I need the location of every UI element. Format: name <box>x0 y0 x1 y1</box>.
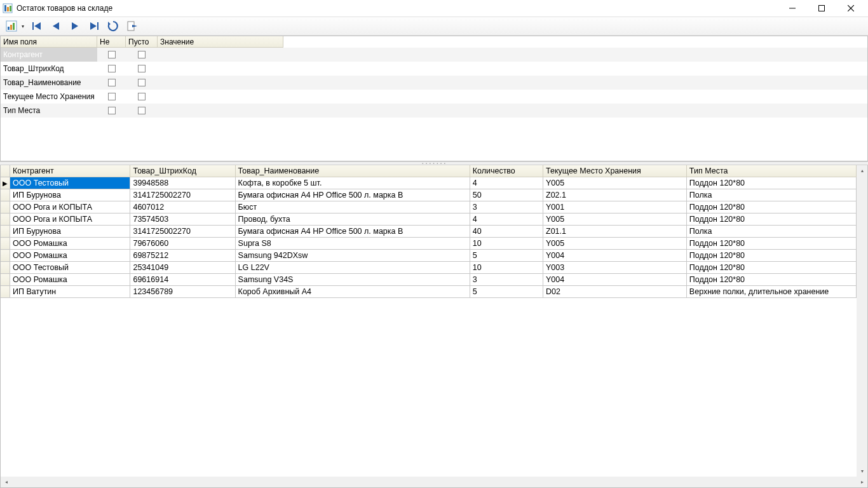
table-cell: 123456789 <box>130 286 235 298</box>
toolbar: ▾ <box>0 17 868 36</box>
scroll-track[interactable] <box>857 176 867 466</box>
table-cell: Z02.1 <box>543 189 687 201</box>
filter-empty-checkbox[interactable] <box>126 76 158 90</box>
filter-empty-checkbox[interactable] <box>126 62 158 76</box>
scroll-down-icon[interactable]: ▾ <box>857 466 867 477</box>
row-indicator-icon <box>1 226 10 238</box>
filter-row[interactable]: Текущее Место Хранения <box>1 90 867 104</box>
svg-marker-15 <box>72 22 78 30</box>
svg-rect-12 <box>32 22 34 30</box>
filter-value-cell[interactable] <box>158 62 283 76</box>
table-row[interactable]: ООО Рога и КОПЫТА4607012Бюст3Y001Поддон … <box>1 201 857 214</box>
table-cell: Поддон 120*80 <box>686 214 856 226</box>
vertical-scrollbar[interactable]: ▴ ▾ <box>857 165 867 477</box>
table-cell: ООО Тестовый <box>10 262 130 274</box>
table-row[interactable]: ▶ООО Тестовый39948588Кофта, в коробке 5 … <box>1 177 857 189</box>
filter-header-empty[interactable]: Пусто <box>126 36 158 48</box>
grid-column-header[interactable]: Текущее Место Хранения <box>543 165 687 177</box>
table-row[interactable]: ИП Ватутин123456789Короб Архивный А45D02… <box>1 286 857 298</box>
table-cell: Y005 <box>543 177 687 189</box>
filter-row[interactable]: Товар_ШтрихКод <box>1 62 867 76</box>
maximize-button[interactable] <box>807 0 836 17</box>
refresh-icon[interactable] <box>104 18 122 34</box>
filter-value-cell[interactable] <box>158 76 283 90</box>
table-cell: Бюст <box>235 201 470 214</box>
svg-rect-17 <box>97 22 98 30</box>
minimize-button[interactable] <box>778 0 807 17</box>
filter-not-checkbox[interactable] <box>97 104 126 118</box>
row-indicator-icon <box>1 286 10 298</box>
svg-marker-14 <box>53 22 59 30</box>
filter-header-value[interactable]: Значение <box>158 36 283 48</box>
table-row[interactable]: ООО Ромашка69875212Samsung 942DXsw5Y004П… <box>1 250 857 262</box>
table-cell: 69616914 <box>130 274 235 286</box>
app-icon <box>3 3 13 13</box>
filter-not-checkbox[interactable] <box>97 62 126 76</box>
table-row[interactable]: ООО Ромашка79676060Supra S810Y005Поддон … <box>1 238 857 250</box>
table-row[interactable]: ООО Ромашка69616914Samsung V34S3Y004Подд… <box>1 274 857 286</box>
table-cell: Y004 <box>543 274 687 286</box>
horizontal-scrollbar[interactable]: ◂ ▸ <box>1 477 867 487</box>
report-icon[interactable] <box>3 18 20 34</box>
table-cell: ООО Рога и КОПЫТА <box>10 214 130 226</box>
first-record-icon[interactable] <box>28 18 46 34</box>
filter-empty-checkbox[interactable] <box>126 104 158 118</box>
svg-rect-2 <box>7 7 9 11</box>
svg-rect-3 <box>10 6 11 11</box>
grid-column-header[interactable]: Товар_ШтрихКод <box>130 165 235 177</box>
scroll-left-icon[interactable]: ◂ <box>1 477 11 487</box>
filter-value-cell[interactable] <box>158 90 283 104</box>
row-indicator-icon <box>1 250 10 262</box>
table-cell: 69875212 <box>130 250 235 262</box>
table-row[interactable]: ООО Тестовый25341049LG L22V10Y003Поддон … <box>1 262 857 274</box>
scroll-right-icon[interactable]: ▸ <box>857 477 867 487</box>
grid-gutter-header <box>1 165 10 177</box>
filter-field-name: Товар_ШтрихКод <box>1 62 97 76</box>
svg-rect-5 <box>819 6 825 11</box>
report-dropdown-icon[interactable]: ▾ <box>22 24 27 29</box>
svg-rect-1 <box>4 5 6 11</box>
export-icon[interactable] <box>123 18 141 34</box>
table-cell: 3 <box>470 201 543 214</box>
row-indicator-icon <box>1 189 10 201</box>
filter-not-checkbox[interactable] <box>97 48 126 62</box>
table-cell: Кофта, в коробке 5 шт. <box>235 177 470 189</box>
filter-row[interactable]: Товар_Наименование <box>1 76 867 90</box>
table-cell: Полка <box>686 226 856 238</box>
table-cell: Samsung V34S <box>235 274 470 286</box>
table-cell: Y005 <box>543 214 687 226</box>
table-cell: Поддон 120*80 <box>686 250 856 262</box>
table-cell: Провод, бухта <box>235 214 470 226</box>
scroll-up-icon[interactable]: ▴ <box>857 165 867 176</box>
titlebar: Остаток товаров на складе <box>0 0 868 17</box>
grid-column-header[interactable]: Тип Места <box>686 165 856 177</box>
filter-header-not[interactable]: Не <box>97 36 126 48</box>
filter-not-checkbox[interactable] <box>97 90 126 104</box>
table-cell: 3 <box>470 274 543 286</box>
grid-column-header[interactable]: Контрагент <box>10 165 130 177</box>
last-record-icon[interactable] <box>85 18 103 34</box>
next-record-icon[interactable] <box>66 18 84 34</box>
prev-record-icon[interactable] <box>47 18 65 34</box>
table-cell: Y003 <box>543 262 687 274</box>
scroll-track[interactable] <box>11 477 857 487</box>
table-row[interactable]: ИП Бурунова3141725002270Бумага офисная A… <box>1 189 857 201</box>
table-row[interactable]: ИП Бурунова3141725002270Бумага офисная A… <box>1 226 857 238</box>
table-cell: 4 <box>470 214 543 226</box>
filter-not-checkbox[interactable] <box>97 76 126 90</box>
table-cell: D02 <box>543 286 687 298</box>
row-indicator-icon <box>1 201 10 214</box>
close-button[interactable] <box>836 0 865 17</box>
grid-column-header[interactable]: Количество <box>470 165 543 177</box>
filter-field-name: Тип Места <box>1 104 97 118</box>
filter-value-cell[interactable] <box>158 48 283 62</box>
filter-row[interactable]: Контрагент <box>1 48 867 62</box>
table-row[interactable]: ООО Рога и КОПЫТА73574503Провод, бухта4Y… <box>1 214 857 226</box>
filter-row[interactable]: Тип Места <box>1 104 867 118</box>
filter-value-cell[interactable] <box>158 104 283 118</box>
table-cell: ИП Ватутин <box>10 286 130 298</box>
grid-column-header[interactable]: Товар_Наименование <box>235 165 470 177</box>
filter-empty-checkbox[interactable] <box>126 90 158 104</box>
filter-empty-checkbox[interactable] <box>126 48 158 62</box>
filter-header-name[interactable]: Имя поля <box>1 36 97 48</box>
